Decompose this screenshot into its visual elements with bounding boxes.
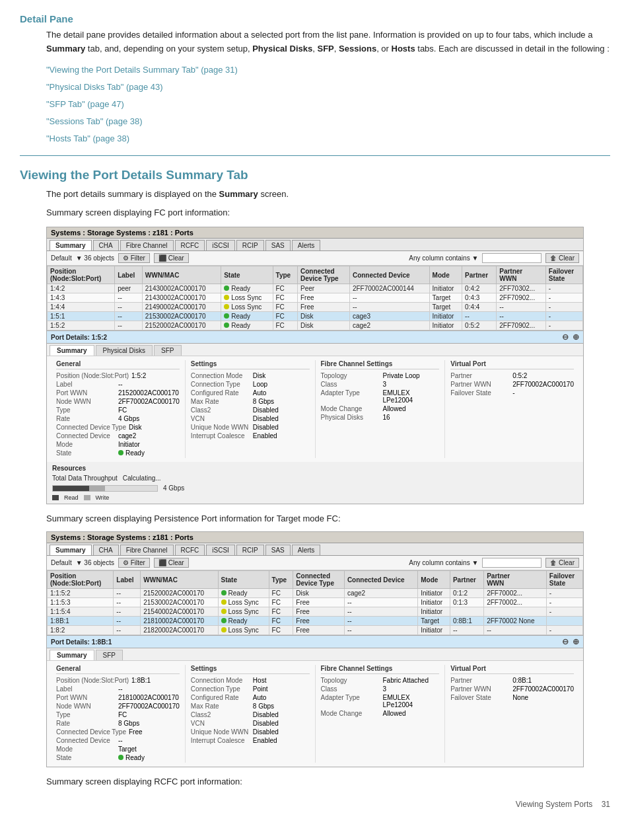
table-row[interactable]: 1:8:2 -- 21820002AC000170 Loss Sync FC F… <box>48 626 583 635</box>
tab-rcfc-2[interactable]: RCFC <box>175 545 205 555</box>
minimize-icon[interactable]: ⊖ <box>562 332 569 342</box>
sub-tab-sfp-1[interactable]: SFP <box>154 345 181 356</box>
filter-input-1[interactable] <box>482 253 542 263</box>
cell-label: -- <box>114 598 141 607</box>
col-label: Label <box>114 571 141 589</box>
clear-right-btn-2[interactable]: 🗑 Clear <box>545 558 579 568</box>
cell-partner-wwn: 2FF70902... <box>497 293 546 303</box>
table-row[interactable]: 1:8B:1 -- 21810002AC000170 Ready FC Free… <box>48 617 583 626</box>
maximize-icon-2[interactable]: ⊕ <box>573 637 579 646</box>
cell-pos: 1:4:3 <box>48 293 115 303</box>
tab-fc-2[interactable]: Fibre Channel <box>120 545 174 555</box>
tab-cha-2[interactable]: CHA <box>93 545 119 555</box>
cell-pos: 1:5:2 <box>48 321 115 330</box>
tab-rcip-2[interactable]: RCIP <box>236 545 264 555</box>
col-pos: Position(Node:Slot:Port) <box>48 266 115 284</box>
cell-conn-device: cage3 <box>349 312 429 321</box>
table-row[interactable]: 1:5:2 -- 21520002AC000170 Ready FC Disk … <box>48 321 583 330</box>
tab-alerts-1[interactable]: Alerts <box>292 240 321 250</box>
page-footer: Viewing System Ports 31 <box>20 800 610 809</box>
clear-btn-1[interactable]: ⬛ Clear <box>154 253 189 263</box>
field-value: 2FF70002AC000170 <box>512 381 574 388</box>
cell-mode: Initiator <box>418 607 450 617</box>
sub-tab-bar-2: Summary SFP <box>47 648 583 661</box>
col-partner: Partner <box>462 266 497 284</box>
tab-rcip-1[interactable]: RCIP <box>236 240 264 250</box>
filter-btn-1[interactable]: ⚙ Filter <box>118 253 150 263</box>
tab-iscsi-1[interactable]: iSCSI <box>206 240 235 250</box>
cell-conn-type: Free <box>293 617 345 626</box>
clear-right-btn-1[interactable]: 🗑 Clear <box>545 253 579 263</box>
field-value: Free <box>129 728 143 736</box>
minimize-icon-2[interactable]: ⊖ <box>562 637 569 646</box>
field-label: Port WWN <box>56 389 116 397</box>
link-item-5[interactable]: "Hosts Tab" (page 38) <box>46 130 610 147</box>
cell-conn-type: Free <box>293 607 345 617</box>
cell-failover: - <box>545 284 582 293</box>
table-row[interactable]: 1:4:3 -- 21430002AC000170 Loss Sync FC F… <box>48 293 583 303</box>
tab-fc-1[interactable]: Fibre Channel <box>120 240 174 250</box>
field-label: Partner WWN <box>450 685 510 693</box>
field-value: -- <box>118 737 123 744</box>
field-label: Connected Device <box>56 432 116 439</box>
screenshot2: Systems : Storage Systems : z181 : Ports… <box>46 531 584 767</box>
detail-row: Connection ModeDisk <box>191 372 310 379</box>
sub-tab-summary-1[interactable]: Summary <box>50 345 94 356</box>
field-label: State <box>56 754 116 761</box>
field-value: Enabled <box>253 432 277 439</box>
col-conn-device: Connected Device <box>349 266 429 284</box>
cell-state: Ready <box>221 321 273 330</box>
field-label: Adapter Type <box>321 389 380 404</box>
field-value: None <box>512 694 528 701</box>
tab-iscsi-2[interactable]: iSCSI <box>206 545 235 555</box>
field-value: Point <box>253 685 268 693</box>
tab-rcfc-1[interactable]: RCFC <box>175 240 205 250</box>
detail-row: Physical Disks16 <box>321 414 440 421</box>
field-value: FC <box>118 711 127 718</box>
table-row[interactable]: 1:4:2 peer 21430002AC000170 Ready FC Pee… <box>48 284 583 293</box>
cell-failover: - <box>545 303 582 312</box>
tab-summary-1[interactable]: Summary <box>50 240 92 250</box>
cell-label: -- <box>114 589 141 598</box>
tab-sas-2[interactable]: SAS <box>265 545 291 555</box>
tab-alerts-2[interactable]: Alerts <box>292 545 321 555</box>
table-row[interactable]: 1:4:4 -- 21490002AC000170 Loss Sync FC F… <box>48 303 583 312</box>
throughput-max-1: 4 Gbps <box>163 484 184 492</box>
sub-tab-physdisks-1[interactable]: Physical Disks <box>96 345 153 356</box>
table-row[interactable]: 1:5:1 -- 21530002AC000170 Ready FC Disk … <box>48 312 583 321</box>
field-label: VCN <box>191 415 250 422</box>
cell-failover: - <box>546 607 582 617</box>
tab-sas-1[interactable]: SAS <box>265 240 291 250</box>
field-value: Auto <box>253 694 267 701</box>
link-item-3[interactable]: "SFP Tab" (page 47) <box>46 96 610 113</box>
maximize-icon[interactable]: ⊕ <box>573 332 579 342</box>
field-value: Ready <box>118 754 145 761</box>
table-row[interactable]: 1:1:5:4 -- 21540002AC000170 Loss Sync FC… <box>48 607 583 617</box>
filter-input-2[interactable] <box>482 558 542 568</box>
filter-btn-2[interactable]: ⚙ Filter <box>118 558 150 568</box>
link-item-1[interactable]: "Viewing the Port Details Summary Tab" (… <box>46 61 610 79</box>
clear-btn-2[interactable]: ⬛ Clear <box>154 558 189 568</box>
sub-tab-sfp-2[interactable]: SFP <box>96 650 123 660</box>
cell-label: -- <box>115 293 143 303</box>
cell-type: FC <box>273 303 297 312</box>
link-item-4[interactable]: "Sessions Tab" (page 38) <box>46 113 610 130</box>
toolbar-2: Default ▼ 36 objects ⚙ Filter ⬛ Clear An… <box>47 556 583 570</box>
cell-label: -- <box>115 312 143 321</box>
col-partner-wwn: PartnerWWN <box>484 571 547 589</box>
col-wwn: WWN/MAC <box>142 266 221 284</box>
tab-summary-2[interactable]: Summary <box>50 545 92 555</box>
fc-panel-1: Fibre Channel Settings TopologyPrivate L… <box>316 360 446 458</box>
field-label: Interrupt Coalesce <box>191 432 250 439</box>
tab-cha-1[interactable]: CHA <box>93 240 119 250</box>
table-row[interactable]: 1:1:5:2 -- 21520002AC000170 Ready FC Dis… <box>48 589 583 598</box>
cell-type: FC <box>269 626 293 635</box>
cell-state: Ready <box>218 589 269 598</box>
link-item-2[interactable]: "Physical Disks Tab" (page 43) <box>46 79 610 96</box>
vport-panel-title-2: Virtual Port <box>450 665 574 674</box>
settings-panel-title-1: Settings <box>191 360 310 369</box>
cell-conn-type: Free <box>293 626 345 635</box>
cell-mode: Initiator <box>429 284 462 293</box>
table-row[interactable]: 1:1:5:3 -- 21530002AC000170 Loss Sync FC… <box>48 598 583 607</box>
sub-tab-summary-2[interactable]: Summary <box>50 650 94 660</box>
